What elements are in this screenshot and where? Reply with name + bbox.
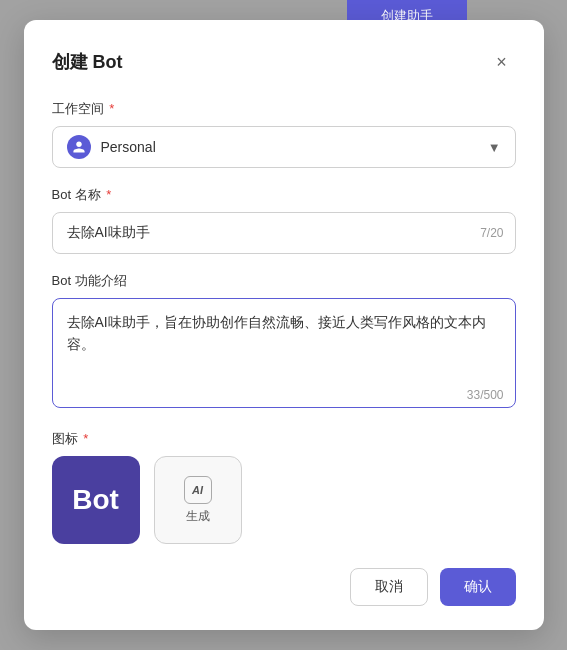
overlay: 创建助手 创建 Bot × 工作空间 * [0,0,567,650]
workspace-required-star: * [109,101,114,116]
create-bot-dialog: 创建 Bot × 工作空间 * Personal ▼ [24,20,544,630]
workspace-select-left: Personal [67,135,156,159]
ai-generate-icon: AI [184,476,212,504]
icon-options: Bot AI 生成 [52,456,516,544]
workspace-label: 工作空间 * [52,100,516,118]
bot-name-input-wrapper: 7/20 [52,212,516,254]
confirm-button[interactable]: 确认 [440,568,516,606]
bot-desc-label: Bot 功能介绍 [52,272,516,290]
workspace-field-group: 工作空间 * Personal ▼ [52,100,516,168]
icon-preview-selected[interactable]: Bot [52,456,140,544]
dialog-header: 创建 Bot × [52,48,516,76]
workspace-value: Personal [101,139,156,155]
bot-desc-field-group: Bot 功能介绍 33/500 [52,272,516,412]
bot-desc-textarea-wrapper: 33/500 [52,298,516,412]
icon-required-star: * [83,431,88,446]
bot-name-label: Bot 名称 * [52,186,516,204]
cancel-button[interactable]: 取消 [350,568,428,606]
icon-section: 图标 * Bot AI 生成 [52,430,516,544]
bot-desc-char-count: 33/500 [467,388,504,402]
bot-name-required-star: * [106,187,111,202]
icon-preview-text: Bot [72,484,119,516]
close-icon: × [496,52,507,73]
generate-label: 生成 [186,508,210,525]
bot-name-char-count: 7/20 [480,226,503,240]
icon-generate-button[interactable]: AI 生成 [154,456,242,544]
workspace-avatar-icon [67,135,91,159]
chevron-down-icon: ▼ [488,140,501,155]
dialog-footer: 取消 确认 [52,568,516,606]
person-icon [72,140,86,154]
icon-label: 图标 * [52,430,516,448]
bot-name-field-group: Bot 名称 * 7/20 [52,186,516,254]
workspace-select[interactable]: Personal ▼ [52,126,516,168]
bot-desc-textarea[interactable] [52,298,516,408]
close-button[interactable]: × [488,48,516,76]
bot-name-input[interactable] [52,212,516,254]
dialog-title: 创建 Bot [52,50,123,74]
